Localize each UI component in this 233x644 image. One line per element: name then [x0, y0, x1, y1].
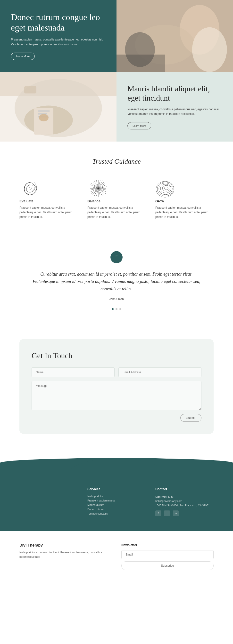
newsletter-email-input[interactable]: [121, 550, 213, 559]
quote-author: John Smith: [29, 298, 204, 301]
facebook-icon[interactable]: f: [155, 510, 161, 516]
hero-top-left-text: Donec rutrum congue leo eget malesuada P…: [0, 0, 117, 72]
linkedin-icon[interactable]: in: [173, 510, 179, 516]
footer-contact-address: 1343 Divi St #1000, San Francisco, CA 32…: [155, 504, 213, 508]
social-icons: f t in: [155, 510, 213, 516]
contour-icon: [155, 178, 177, 199]
trusted-item-balance-label: Balance: [87, 199, 146, 203]
trusted-item-evaluate-label: Evaluate: [20, 199, 78, 203]
hero-bottom-right-text: Mauris blandit aliquet elit, eget tincid…: [117, 72, 233, 142]
footer-service-item-5: Tempus convallis: [87, 512, 146, 515]
hero-bottom-left-image: [0, 72, 117, 142]
quote-dot-1[interactable]: [112, 308, 114, 310]
twitter-icon[interactable]: t: [164, 510, 170, 516]
contact-submit-button[interactable]: Submit: [180, 414, 201, 422]
trusted-item-balance-desc: Praesent sapien massa, convallis a pelle…: [87, 206, 146, 220]
tangle-icon: [20, 178, 41, 199]
svg-point-46: [162, 186, 170, 191]
footer-brand: Divi Therapy Nulla porttitor accumsan ti…: [20, 543, 112, 570]
footer-service-item-2: Praesent sapien massa: [87, 499, 146, 502]
trusted-item-balance: // rendered as lines from center: [87, 178, 146, 220]
newsletter-subscribe-button[interactable]: Subscribe: [121, 561, 213, 570]
svg-point-16: [29, 187, 32, 190]
footer-service-item-3: Magna dictum: [87, 504, 146, 506]
footer-service-item-1: Nulla porttitor: [87, 495, 146, 498]
hero-top-right-image: [117, 0, 233, 72]
svg-line-35: [98, 188, 106, 192]
contact-name-input[interactable]: [32, 368, 115, 377]
trusted-item-evaluate: Evaluate Praesent sapien massa, convalli…: [20, 178, 78, 220]
svg-point-3: [192, 28, 227, 72]
footer-newsletter: Newsletter Subscribe: [121, 543, 213, 570]
svg-point-45: [164, 187, 168, 190]
footer: Services Nulla porttitor Praesent sapien…: [0, 458, 233, 582]
hero-photo-1: [117, 0, 233, 72]
starburst-icon: // rendered as lines from center: [87, 178, 109, 199]
quote-icon: “: [110, 251, 123, 263]
svg-point-5: [125, 32, 155, 67]
hero-bottom-learn-more-button[interactable]: Learn More: [127, 122, 151, 130]
footer-newsletter-heading: Newsletter: [121, 543, 213, 547]
trusted-item-grow-label: Grow: [155, 199, 213, 203]
quote-dot-3[interactable]: [119, 308, 121, 310]
trusted-section: Trusted Guidance Evaluate Praesent sapie…: [0, 140, 233, 236]
footer-col-contact: Contact (235) 955-6333 hello@divitherapy…: [155, 487, 213, 516]
quote-dot-2[interactable]: [116, 308, 117, 310]
hero-learn-more-button[interactable]: Learn More: [11, 52, 35, 60]
footer-brand-desc: Nulla porttitor accumsan tincidunt. Prae…: [20, 550, 112, 559]
contact-section: Get In Touch Submit: [0, 324, 233, 448]
trusted-grid: Evaluate Praesent sapien massa, convalli…: [20, 178, 213, 220]
footer-services-list: Nulla porttitor Praesent sapien massa Ma…: [87, 495, 146, 515]
footer-contact-phone: (235) 955-6333: [155, 495, 213, 499]
quote-pagination: [29, 308, 204, 310]
svg-rect-9: [24, 86, 36, 93]
footer-brand-name: Divi Therapy: [20, 543, 112, 548]
hero-section: Donec rutrum congue leo eget malesuada P…: [0, 0, 233, 140]
footer-top: Services Nulla porttitor Praesent sapien…: [0, 458, 233, 531]
trusted-item-grow-desc: Praesent sapien massa, convallis a pelle…: [155, 206, 213, 220]
footer-col-services: Services Nulla porttitor Praesent sapien…: [87, 487, 146, 516]
footer-col-empty: [20, 487, 78, 516]
trusted-item-grow: Grow Praesent sapien massa, convallis a …: [155, 178, 213, 220]
footer-contact-heading: Contact: [155, 487, 213, 491]
hero-bottom-description: Praesent sapien massa, convallis a pelle…: [127, 107, 222, 116]
contact-email-input[interactable]: [118, 368, 201, 377]
trusted-heading: Trusted Guidance: [20, 158, 213, 165]
contact-heading: Get In Touch: [32, 351, 201, 360]
hero-heading: Donec rutrum congue leo eget malesuada: [11, 12, 106, 33]
footer-bottom: Divi Therapy Nulla porttitor accumsan ti…: [0, 531, 233, 582]
quote-mark: “: [116, 254, 118, 260]
contact-form-wrapper: Get In Touch Submit: [20, 339, 213, 434]
quote-text: Curabitur arcu erat, accumsan id imperdi…: [29, 270, 204, 293]
hero-description: Praesent sapien massa, convallis a pelle…: [11, 37, 106, 46]
contact-submit-row: Submit: [32, 414, 201, 422]
svg-line-42: [90, 185, 98, 188]
footer-service-item-4: Donec rutrum: [87, 508, 146, 511]
contact-message-textarea[interactable]: [32, 381, 201, 410]
footer-columns: Services Nulla porttitor Praesent sapien…: [20, 478, 213, 516]
hero-bottom-heading: Mauris blandit aliquet elit, eget tincid…: [127, 84, 222, 103]
svg-point-15: [39, 114, 49, 121]
svg-line-40: [90, 188, 98, 192]
trusted-item-evaluate-desc: Praesent sapien massa, convallis a pelle…: [20, 206, 78, 220]
svg-line-33: [98, 185, 106, 188]
contact-form-row-1: [32, 368, 201, 377]
footer-contact-email: hello@divitherapy.com: [155, 499, 213, 504]
svg-rect-12: [38, 110, 50, 112]
footer-services-heading: Services: [87, 487, 146, 491]
quote-section: “ Curabitur arcu erat, accumsan id imper…: [0, 236, 233, 325]
